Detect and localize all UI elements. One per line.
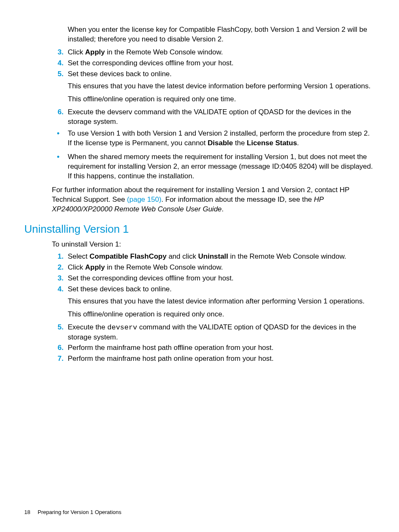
step-subtext: This ensures that you have the latest de… [68, 82, 375, 91]
step-number: 3. [52, 48, 64, 57]
step-text: Perform the mainframe host path online o… [68, 355, 274, 362]
page-reference-link[interactable]: (page 150) [127, 195, 161, 203]
page-body: When you enter the license key for Compa… [0, 0, 399, 364]
step-5: 5. Set these devices back to online. Thi… [52, 69, 375, 104]
step-number: 6. [52, 108, 64, 117]
page-footer: 18 Preparing for Version 1 Operations [24, 509, 121, 515]
bullet-list: To use Version 1 with both Version 1 and… [52, 129, 375, 181]
step-text: Set the corresponding devices offline fr… [68, 274, 234, 282]
ordered-list-uninstall: 1. Select Compatible FlashCopy and click… [52, 252, 375, 364]
step-6: 6. Perform the mainframe host path offli… [52, 343, 375, 353]
step-number: 5. [52, 323, 64, 332]
step-1: 1. Select Compatible FlashCopy and click… [52, 252, 375, 262]
step-7: 7. Perform the mainframe host path onlin… [52, 354, 375, 364]
step-text: Click Apply in the Remote Web Console wi… [68, 48, 223, 56]
step-3: 3. Set the corresponding devices offline… [52, 274, 375, 283]
step-2: 2. Click Apply in the Remote Web Console… [52, 263, 375, 272]
step-text: Select Compatible FlashCopy and click Un… [68, 252, 346, 260]
step-text: Click Apply in the Remote Web Console wi… [68, 263, 223, 271]
step-text: Set the corresponding devices offline fr… [68, 59, 234, 67]
step-number: 2. [52, 263, 64, 272]
step-text: Perform the mainframe host path offline … [68, 344, 274, 352]
step-text: Execute the devserv command with the VAL… [68, 108, 351, 126]
step-number: 7. [52, 354, 64, 364]
step-text: Set these devices back to online. [68, 285, 172, 293]
step-subtext: This offline/online operation is require… [68, 310, 375, 319]
section-heading-uninstalling: Uninstalling Version 1 [24, 222, 375, 236]
bullet-item: To use Version 1 with both Version 1 and… [52, 129, 375, 148]
step-4: 4. Set these devices back to online. Thi… [52, 285, 375, 319]
step-number: 3. [52, 274, 64, 283]
step-number: 1. [52, 252, 64, 262]
ordered-list-install: 3. Click Apply in the Remote Web Console… [52, 48, 375, 127]
step-subtext: This ensures that you have the latest de… [68, 297, 375, 306]
step-subtext: This offline/online operation is require… [68, 95, 375, 104]
bullet-item: When the shared memory meets the require… [52, 152, 375, 181]
step-number: 5. [52, 69, 64, 79]
intro-paragraph: When you enter the license key for Compa… [68, 25, 375, 44]
step-text: Execute the devserv command with the VAL… [68, 323, 356, 341]
step-number: 6. [52, 343, 64, 353]
step-3: 3. Click Apply in the Remote Web Console… [52, 48, 375, 57]
step-number: 4. [52, 59, 64, 68]
footer-title: Preparing for Version 1 Operations [38, 509, 121, 515]
step-5: 5. Execute the devserv command with the … [52, 323, 375, 342]
step-4: 4. Set the corresponding devices offline… [52, 59, 375, 68]
closing-paragraph: For further information about the requir… [52, 185, 375, 214]
step-text: Set these devices back to online. [68, 70, 172, 78]
page-number: 18 [24, 509, 30, 515]
section-intro: To uninstall Version 1: [52, 240, 375, 249]
step-6: 6. Execute the devserv command with the … [52, 108, 375, 127]
step-number: 4. [52, 285, 64, 294]
